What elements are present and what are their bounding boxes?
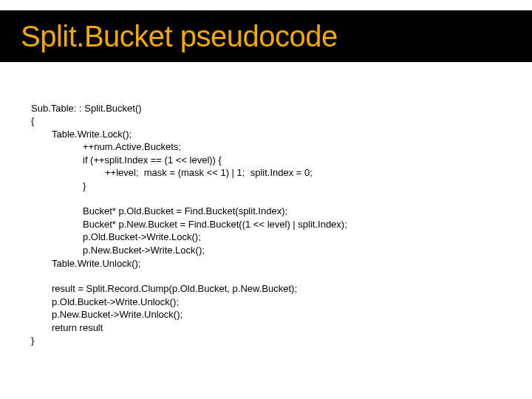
code-line: result = Split.Record.Clump(p.Old.Bucket… [31,282,501,296]
slide: Split.Bucket pseudocode Sub.Table: : Spl… [0,10,532,399]
code-line: Table.Write.Lock(); [31,128,501,141]
code-block: Sub.Table: : Split.Bucket() { Table.Writ… [0,62,532,360]
code-line: p.Old.Bucket->Write.Unlock(); [31,296,501,309]
code-line: return result [31,321,501,335]
code-line: p.New.Bucket->Write.Unlock(); [31,308,501,321]
slide-title: Split.Bucket pseudocode [21,21,532,52]
code-line: { [31,115,34,126]
code-line: Bucket* p.Old.Bucket = Find.Bucket(split… [31,205,501,218]
code-line: p.New.Bucket->Write.Lock(); [31,244,501,257]
code-line: } [31,180,501,193]
code-line: } [31,335,34,346]
code-line: Sub.Table: : Split.Bucket() [31,103,142,114]
code-line: Bucket* p.New.Bucket = Find.Bucket((1 <<… [31,218,501,231]
code-line: ++num.Active.Buckets; [31,140,501,154]
code-line: p.Old.Bucket->Write.Lock(); [31,231,501,244]
code-line: Table.Write.Unlock(); [31,257,501,270]
blank-line [31,270,501,282]
blank-line [31,192,501,205]
code-line: if (++split.Index == (1 << level)) { [31,154,501,167]
code-line: ++level; mask = (mask << 1) | 1; split.I… [31,166,501,180]
title-bar: Split.Bucket pseudocode [0,10,532,62]
